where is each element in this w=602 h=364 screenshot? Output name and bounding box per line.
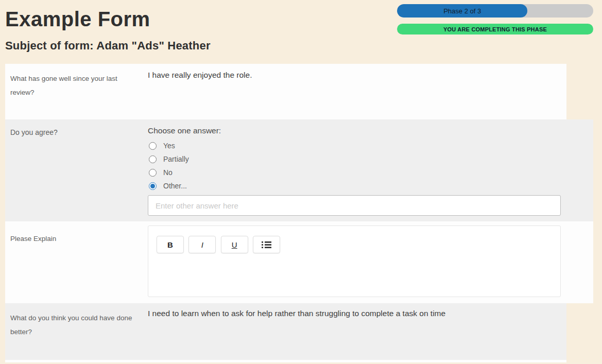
bullet-list-icon	[262, 241, 271, 249]
form-row-please-explain: Please Explain B I U	[5, 221, 593, 303]
other-answer-input[interactable]	[148, 195, 561, 216]
underline-button-label: U	[232, 240, 237, 249]
radio-input-no[interactable]	[149, 169, 157, 177]
radio-option[interactable]: Partially	[148, 152, 593, 166]
radio-input-partially[interactable]	[149, 155, 157, 163]
italic-button-label: I	[201, 240, 203, 249]
radio-option[interactable]: Other...	[148, 179, 593, 193]
form-subject: Subject of form: Adam "Ads" Heather	[5, 39, 602, 53]
bullet-list-button[interactable]	[253, 236, 280, 253]
italic-button[interactable]: I	[188, 236, 216, 253]
question-label: Do you agree?	[5, 119, 142, 221]
answer-text: I have really enjoyed the role.	[142, 64, 566, 119]
radio-option-label: Other...	[163, 182, 187, 190]
answer-text: I need to learn when to ask for help rat…	[142, 303, 566, 360]
phase-status-label: YOU ARE COMPLETING THIS PHASE	[443, 26, 547, 32]
underline-button[interactable]: U	[221, 236, 248, 253]
radio-input-other[interactable]	[149, 182, 157, 190]
form-row-do-you-agree: Do you agree? Choose one answer: Yes Par…	[5, 119, 593, 221]
radio-group: Choose one answer: Yes Partially No Othe…	[142, 119, 593, 221]
radio-input-yes[interactable]	[149, 142, 157, 150]
radio-option-label: Yes	[163, 142, 175, 150]
phase-progress: Phase 2 of 3 YOU ARE COMPLETING THIS PHA…	[397, 4, 593, 34]
form-row-done-better: What do you think you could have done be…	[5, 303, 566, 360]
question-label: Please Explain	[5, 221, 142, 303]
editor-column: B I U	[142, 221, 593, 303]
bold-button[interactable]: B	[157, 236, 184, 253]
question-label: What has gone well since your last revie…	[5, 64, 142, 119]
radio-option[interactable]: Yes	[148, 139, 593, 152]
progress-fill: Phase 2 of 3	[397, 4, 527, 18]
radio-option-label: Partially	[163, 155, 189, 163]
radio-option[interactable]: No	[148, 166, 593, 179]
bold-button-label: B	[167, 240, 173, 249]
question-label: What do you think you could have done be…	[5, 303, 142, 360]
form-rows: What has gone well since your last revie…	[5, 64, 602, 362]
form-row-gone-well: What has gone well since your last revie…	[5, 64, 566, 119]
form-page: Example Form Phase 2 of 3 YOU ARE COMPLE…	[0, 0, 602, 364]
progress-track: Phase 2 of 3	[397, 4, 593, 18]
phase-status-badge: YOU ARE COMPLETING THIS PHASE	[397, 24, 593, 34]
rich-text-editor[interactable]: B I U	[148, 226, 561, 297]
progress-label: Phase 2 of 3	[443, 7, 481, 15]
form-row-partial	[5, 360, 566, 362]
choose-answer-prompt: Choose one answer:	[148, 126, 593, 136]
radio-option-label: No	[163, 168, 173, 177]
